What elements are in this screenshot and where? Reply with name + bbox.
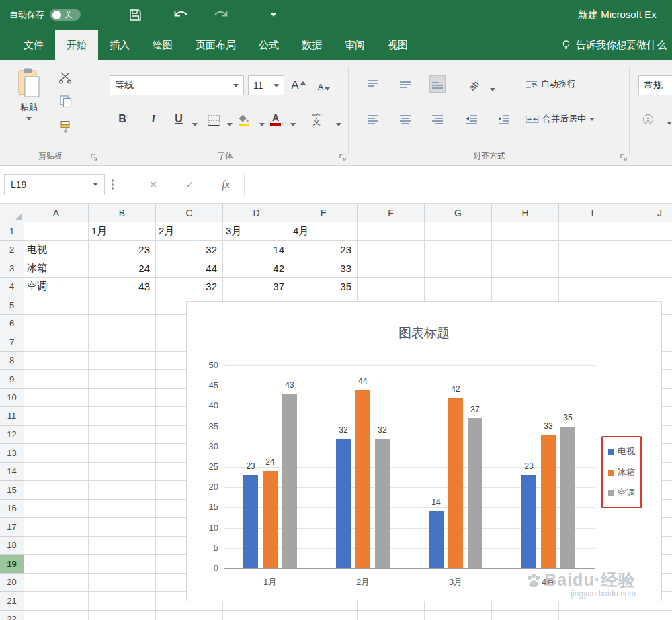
accounting-format-button[interactable] [641,110,657,128]
cell-D2[interactable]: 14 [223,241,290,260]
row-header-14[interactable]: 14 [0,463,24,482]
row-header-8[interactable]: 8 [0,352,24,371]
cell-C1[interactable]: 2月 [156,222,223,241]
save-button[interactable] [121,0,149,30]
italic-button[interactable]: I [145,110,161,128]
bar-空调-3月[interactable] [468,418,482,568]
row-header-7[interactable]: 7 [0,333,24,352]
bar-电视-4月[interactable] [521,475,536,568]
tab-review[interactable]: 审阅 [333,30,376,60]
row-header-3[interactable]: 3 [0,259,24,278]
row-header-10[interactable]: 10 [0,389,24,408]
row-header-12[interactable]: 12 [0,426,24,445]
cell-B3[interactable]: 24 [89,259,156,278]
column-header-G[interactable]: G [425,204,492,222]
row-header-16[interactable]: 16 [0,500,24,519]
legend-item-空调[interactable]: 空调 [608,486,635,500]
bar-冰箱-4月[interactable] [541,435,556,568]
merge-center-button[interactable]: 合并后居中 [526,109,595,129]
cell-A1[interactable] [24,222,89,241]
cell-A3[interactable]: 冰箱 [24,259,89,278]
qat-customize-button[interactable] [259,0,288,30]
formula-bar-handle[interactable] [112,179,114,190]
cell-A21[interactable] [24,592,89,611]
cell-A5[interactable] [24,296,89,315]
clipboard-dialog-launcher[interactable] [90,152,99,161]
cell-G3[interactable] [425,259,492,278]
cell-D4[interactable]: 37 [223,278,290,297]
cell-A7[interactable] [24,333,89,352]
cell-B22[interactable] [89,611,156,620]
font-color-button[interactable]: A [270,109,281,129]
cell-E22[interactable] [290,611,358,620]
cell-D3[interactable]: 42 [223,259,290,278]
cell-I1[interactable] [559,222,626,241]
row-header-6[interactable]: 6 [0,315,24,334]
cell-C3[interactable]: 44 [156,259,223,278]
cell-F4[interactable] [358,278,425,297]
bar-冰箱-3月[interactable] [448,398,463,568]
cell-B21[interactable] [89,592,156,611]
cell-A10[interactable] [24,389,89,408]
cell-A19[interactable] [24,555,89,574]
font-color-caret[interactable] [285,116,301,133]
cell-F22[interactable] [358,611,425,620]
cell-G4[interactable] [425,278,492,297]
row-header-19[interactable]: 19 [0,555,24,574]
cell-A12[interactable] [24,426,89,445]
bar-电视-3月[interactable] [429,511,444,568]
bold-button[interactable]: B [114,110,130,128]
cell-A2[interactable]: 电视 [24,241,89,260]
cell-A4[interactable]: 空调 [24,278,89,297]
cell-B13[interactable] [89,444,156,463]
cell-A11[interactable] [24,407,89,426]
redo-button[interactable] [207,0,235,30]
legend-item-冰箱[interactable]: 冰箱 [608,466,635,479]
cell-E2[interactable]: 23 [290,241,358,260]
name-box[interactable]: L19 [4,174,105,195]
align-middle-button[interactable] [397,75,413,93]
bar-空调-2月[interactable] [375,439,390,568]
phonetic-caret[interactable] [331,116,347,133]
cell-I3[interactable] [559,259,626,278]
column-header-F[interactable]: F [358,204,425,222]
cell-C4[interactable]: 32 [156,278,223,297]
autosave-toggle[interactable]: 自动保存 关 [9,0,81,30]
alignment-dialog-launcher[interactable] [620,152,629,161]
tab-data[interactable]: 数据 [290,30,333,60]
fill-color-button[interactable] [238,110,250,130]
cell-B9[interactable] [89,370,156,389]
cell-F1[interactable] [358,222,425,241]
wrap-text-button[interactable]: 自动换行 [526,74,576,94]
increase-indent-button[interactable] [496,110,512,128]
cell-B10[interactable] [89,389,156,408]
cell-B1[interactable]: 1月 [89,222,156,241]
cell-B16[interactable] [89,500,156,519]
bar-电视-1月[interactable] [243,475,258,568]
cell-B17[interactable] [89,518,156,537]
tab-file[interactable]: 文件 [12,30,55,60]
bar-冰箱-1月[interactable] [263,471,278,568]
cell-A14[interactable] [24,463,89,482]
cell-B19[interactable] [89,555,156,574]
bar-空调-4月[interactable] [560,427,575,568]
cell-B15[interactable] [89,481,156,500]
row-header-9[interactable]: 9 [0,370,24,389]
cell-J2[interactable] [626,241,672,260]
row-header-4[interactable]: 4 [0,278,24,297]
chart[interactable]: 图表标题 051015202530354045501月2324432月32443… [186,301,662,601]
cell-A6[interactable] [24,315,89,334]
cell-F3[interactable] [358,259,425,278]
bar-冰箱-2月[interactable] [355,390,370,568]
cell-I2[interactable] [559,241,626,260]
cell-I22[interactable] [559,611,626,620]
row-header-1[interactable]: 1 [0,222,24,241]
cancel-button[interactable]: ✕ [144,179,162,191]
row-header-17[interactable]: 17 [0,518,24,537]
cell-H1[interactable] [492,222,559,241]
cell-A13[interactable] [24,444,89,463]
cell-E1[interactable]: 4月 [290,222,358,241]
tell-me-box[interactable]: 告诉我你想要做什么 [561,30,667,60]
font-dialog-launcher[interactable] [339,152,348,161]
decrease-indent-button[interactable] [464,110,480,128]
